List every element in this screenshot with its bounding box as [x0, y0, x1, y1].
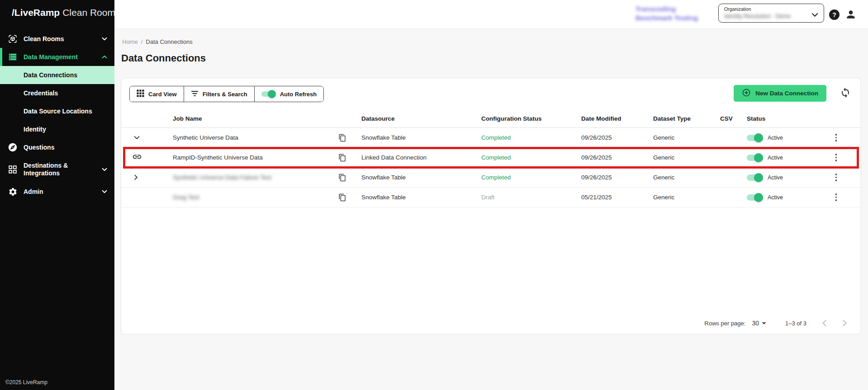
breadcrumb-current: Data Connections: [146, 38, 192, 45]
sidebar-item-clean-rooms[interactable]: Clean Rooms: [0, 30, 114, 48]
note-line-2: Benchmark Testing: [636, 14, 698, 23]
status-toggle[interactable]: [747, 173, 763, 182]
status-toggle[interactable]: [747, 133, 763, 142]
sidebar-item-label: Admin: [24, 188, 96, 196]
copy-icon[interactable]: [338, 134, 361, 142]
row-expander-collapse-icon[interactable]: [132, 134, 142, 141]
table-row[interactable]: Greg Test Snowflake Table Draft 05/21/20…: [121, 188, 861, 207]
datasource: Snowflake Table: [361, 174, 481, 181]
card-view-button[interactable]: Card View: [130, 86, 184, 102]
job-name-redacted: Synthetic Universe Data Failure Test: [173, 174, 338, 181]
row-menu-kebab-icon[interactable]: [833, 191, 840, 203]
datasource: Snowflake Table: [361, 134, 481, 141]
job-name-redacted: Greg Test: [173, 194, 338, 201]
table-header-row: Job Name Datasource Configuration Status…: [121, 110, 861, 128]
row-menu-kebab-icon[interactable]: [833, 151, 840, 164]
copyright-text: ©2025 LiveRamp: [5, 379, 47, 385]
status-label: Active: [768, 174, 783, 181]
breadcrumb-separator: /: [141, 38, 143, 45]
status-toggle[interactable]: [747, 193, 763, 202]
copy-icon[interactable]: [338, 193, 361, 202]
card-view-label: Card View: [148, 91, 177, 98]
filters-search-button[interactable]: Filters & Search: [184, 86, 254, 102]
copy-icon[interactable]: [338, 174, 361, 182]
datasource: Linked Data Connection: [361, 154, 481, 161]
sidebar-subitem-label: Data Source Locations: [0, 108, 92, 115]
configuration-status: Completed: [481, 154, 581, 161]
rows-per-page-select[interactable]: 30: [752, 320, 766, 327]
main-content: Home/Data Connections Data Connections C…: [114, 29, 868, 390]
sidebar: /LiveRampClean Room Clean Rooms Data Man…: [0, 0, 114, 390]
organization-dropdown[interactable]: Organization Identity Resolution - Demo: [718, 4, 824, 23]
pagination: Rows per page: 30 1–3 of 3: [704, 320, 847, 327]
sidebar-item-data-connections[interactable]: Data Connections: [0, 66, 114, 84]
auto-refresh-label: Auto Refresh: [280, 91, 317, 98]
new-data-connection-button[interactable]: New Data Connection: [734, 85, 826, 102]
dataset-type: Generic: [653, 154, 720, 161]
sidebar-item-destinations-integrations[interactable]: Destinations & Integrations: [0, 156, 114, 183]
page-title: Data Connections: [121, 52, 206, 64]
sidebar-item-data-source-locations[interactable]: Data Source Locations: [0, 102, 114, 120]
chevron-up-icon: [102, 55, 107, 59]
column-config-status: Configuration Status: [481, 115, 581, 122]
row-menu-kebab-icon[interactable]: [833, 132, 840, 144]
new-data-connection-label: New Data Connection: [755, 90, 818, 97]
row-menu-kebab-icon[interactable]: [833, 171, 840, 183]
rows-per-page-label: Rows per page:: [704, 320, 745, 327]
linked-connection-icon: [132, 152, 142, 163]
user-account-button[interactable]: [845, 9, 857, 22]
cube-scan-icon: [7, 34, 18, 44]
breadcrumb: Home/Data Connections: [122, 38, 193, 45]
status-toggle[interactable]: [747, 153, 763, 162]
table-row[interactable]: Synthetic Universe Data Snowflake Table …: [121, 128, 861, 148]
configuration-status: Draft: [481, 194, 581, 201]
copy-icon[interactable]: [338, 154, 361, 162]
sidebar-item-label: Data Management: [24, 53, 96, 61]
date-modified: 09/26/2025: [581, 134, 653, 141]
auto-refresh-control[interactable]: Auto Refresh: [254, 86, 324, 102]
question-mark-icon: ?: [832, 11, 836, 19]
sidebar-item-questions[interactable]: Questions: [0, 138, 114, 156]
datasource: Snowflake Table: [361, 194, 481, 201]
organization-label: Organization: [724, 6, 751, 12]
breadcrumb-home-link[interactable]: Home: [122, 38, 138, 45]
organization-value-redacted: Identity Resolution - Demo: [724, 13, 792, 19]
data-connections-table: Job Name Datasource Configuration Status…: [121, 110, 861, 207]
column-job-name: Job Name: [173, 115, 338, 122]
chevron-down-icon: [811, 11, 818, 19]
previous-page-button[interactable]: [822, 320, 827, 327]
filter-icon: [191, 90, 199, 98]
job-name: Synthetic Universe Data: [173, 134, 338, 141]
note-line-1: Transcoding: [636, 5, 698, 14]
chevron-down-icon: [102, 190, 107, 193]
sidebar-subitem-label: Identity: [0, 126, 46, 133]
server-icon: [7, 52, 18, 62]
job-name: RampID-Synthetic Universe Data: [173, 154, 338, 161]
sidebar-item-admin[interactable]: Admin: [0, 183, 114, 201]
sidebar-item-label: Questions: [24, 144, 96, 151]
data-connections-card: Card View Filters & Search Auto Refresh …: [121, 78, 861, 334]
blurred-note-text: Transcoding Benchmark Testing: [636, 5, 698, 23]
chevron-down-icon: [102, 37, 107, 41]
sidebar-item-data-management[interactable]: Data Management: [0, 48, 114, 66]
app-logo: /LiveRampClean Room: [0, 0, 114, 18]
top-header-bar: Transcoding Benchmark Testing Organizati…: [114, 0, 868, 29]
sidebar-item-label: Clean Rooms: [24, 35, 96, 43]
table-row[interactable]: Synthetic Universe Data Failure Test Sno…: [121, 168, 861, 188]
filters-search-label: Filters & Search: [203, 91, 247, 98]
status-label: Active: [768, 155, 783, 161]
status-label: Active: [768, 194, 783, 201]
sidebar-item-credentials[interactable]: Credentials: [0, 84, 114, 102]
table-row[interactable]: RampID-Synthetic Universe Data Linked Da…: [121, 148, 861, 168]
refresh-icon: [840, 87, 851, 100]
sidebar-item-identity[interactable]: Identity: [0, 120, 114, 138]
dataset-type: Generic: [653, 174, 720, 181]
help-button[interactable]: ?: [829, 9, 840, 20]
refresh-button[interactable]: [840, 87, 851, 100]
row-expander-expand-icon[interactable]: [132, 173, 140, 182]
next-page-button[interactable]: [842, 320, 847, 327]
dataset-type: Generic: [653, 194, 720, 201]
auto-refresh-toggle[interactable]: [261, 90, 276, 98]
sidebar-subitem-label: Credentials: [0, 89, 58, 97]
logo-bold-text: /LiveRamp: [12, 7, 60, 18]
